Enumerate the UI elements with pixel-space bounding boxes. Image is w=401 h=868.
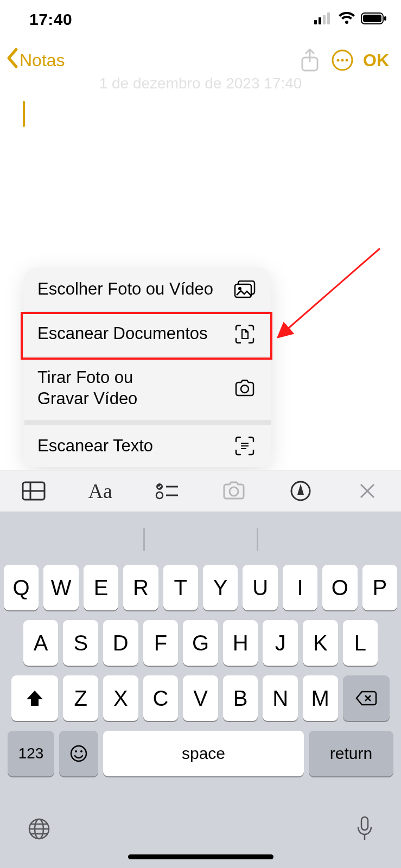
menu-item-label: Escanear Texto bbox=[37, 436, 153, 457]
key-o[interactable]: O bbox=[322, 565, 357, 610]
globe-button[interactable] bbox=[27, 817, 51, 843]
keyboard: Q W E R T Y U I O P A S D F G H J K L Z bbox=[0, 512, 401, 868]
svg-point-10 bbox=[341, 59, 344, 62]
menu-item-label: Escolher Foto ou Vídeo bbox=[37, 279, 213, 300]
svg-rect-3 bbox=[327, 12, 330, 24]
key-u[interactable]: U bbox=[243, 565, 277, 610]
key-y[interactable]: Y bbox=[203, 565, 238, 610]
svg-line-19 bbox=[287, 248, 380, 330]
key-shift[interactable] bbox=[11, 675, 58, 721]
back-label: Notas bbox=[20, 50, 65, 71]
key-g[interactable]: G bbox=[183, 620, 218, 666]
status-time: 17:40 bbox=[29, 10, 72, 29]
key-return[interactable]: return bbox=[309, 731, 393, 776]
emoji-icon bbox=[69, 744, 88, 763]
keyboard-row-4: 123 space return bbox=[4, 731, 397, 776]
key-emoji[interactable] bbox=[59, 731, 98, 776]
back-button[interactable]: Notas bbox=[5, 47, 65, 74]
camera-button[interactable] bbox=[201, 470, 268, 512]
checklist-icon bbox=[155, 482, 179, 500]
key-e[interactable]: E bbox=[84, 565, 118, 610]
svg-point-11 bbox=[346, 59, 348, 62]
doc-scan-icon bbox=[233, 324, 257, 344]
svg-rect-0 bbox=[314, 20, 317, 24]
table-button[interactable] bbox=[0, 470, 67, 512]
battery-icon bbox=[361, 12, 387, 27]
key-n[interactable]: N bbox=[263, 675, 298, 721]
ellipsis-circle-icon bbox=[330, 48, 354, 72]
chevron-left-icon bbox=[5, 47, 18, 74]
keyboard-row-3: Z X C V B N M bbox=[4, 675, 397, 721]
key-k[interactable]: K bbox=[303, 620, 338, 666]
keyboard-grab-handles bbox=[0, 528, 401, 551]
svg-rect-1 bbox=[319, 17, 321, 24]
svg-rect-2 bbox=[323, 15, 326, 24]
key-space[interactable]: space bbox=[103, 731, 304, 776]
globe-icon bbox=[27, 817, 51, 841]
key-q[interactable]: Q bbox=[4, 565, 39, 610]
text-format-button[interactable]: Aa bbox=[67, 470, 133, 512]
share-icon bbox=[300, 48, 320, 72]
status-indicators bbox=[314, 12, 387, 27]
markup-icon bbox=[290, 480, 311, 502]
svg-rect-6 bbox=[384, 16, 386, 21]
key-a[interactable]: A bbox=[23, 620, 59, 666]
menu-item-choose-photo[interactable]: Escolher Foto ou Vídeo bbox=[24, 267, 271, 312]
share-button[interactable] bbox=[295, 45, 325, 75]
status-bar: 17:40 bbox=[0, 0, 401, 39]
key-x[interactable]: X bbox=[103, 675, 138, 721]
svg-point-35 bbox=[80, 750, 82, 752]
wifi-icon bbox=[338, 12, 355, 27]
camera-icon bbox=[233, 379, 257, 398]
dictation-button[interactable] bbox=[355, 816, 374, 844]
key-s[interactable]: S bbox=[63, 620, 98, 666]
text-cursor bbox=[23, 101, 25, 127]
key-c[interactable]: C bbox=[143, 675, 179, 721]
key-p[interactable]: P bbox=[362, 565, 397, 610]
more-button[interactable] bbox=[327, 45, 358, 75]
menu-item-scan-documents[interactable]: Escanear Documentos bbox=[24, 312, 271, 356]
shift-icon bbox=[26, 690, 44, 707]
home-indicator[interactable] bbox=[128, 854, 273, 859]
key-f[interactable]: F bbox=[143, 620, 179, 666]
key-b[interactable]: B bbox=[223, 675, 258, 721]
markup-button[interactable] bbox=[268, 470, 334, 512]
svg-point-34 bbox=[75, 750, 77, 752]
backspace-icon bbox=[355, 690, 377, 706]
note-date: 1 de dezembro de 2023 17:40 bbox=[0, 75, 401, 92]
svg-rect-5 bbox=[363, 15, 381, 22]
svg-point-25 bbox=[156, 492, 163, 499]
close-toolbar-button[interactable] bbox=[334, 470, 401, 512]
key-j[interactable]: J bbox=[263, 620, 298, 666]
key-numeric[interactable]: 123 bbox=[8, 731, 54, 776]
key-d[interactable]: D bbox=[103, 620, 138, 666]
svg-rect-39 bbox=[361, 817, 368, 830]
checklist-button[interactable] bbox=[133, 470, 200, 512]
svg-point-14 bbox=[238, 287, 241, 290]
menu-item-label: Tirar Foto ou Gravar Vídeo bbox=[37, 367, 137, 410]
key-h[interactable]: H bbox=[223, 620, 258, 666]
format-toolbar: Aa bbox=[0, 470, 401, 512]
key-z[interactable]: Z bbox=[63, 675, 98, 721]
key-t[interactable]: T bbox=[163, 565, 198, 610]
svg-point-33 bbox=[71, 746, 86, 761]
close-icon bbox=[359, 482, 376, 500]
keyboard-row-1: Q W E R T Y U I O P bbox=[4, 565, 397, 610]
svg-point-15 bbox=[241, 385, 249, 393]
key-l[interactable]: L bbox=[343, 620, 378, 666]
svg-point-27 bbox=[230, 487, 238, 496]
annotation-arrow bbox=[277, 244, 391, 342]
key-r[interactable]: R bbox=[123, 565, 158, 610]
key-w[interactable]: W bbox=[43, 565, 78, 610]
cellular-icon bbox=[314, 12, 333, 27]
key-delete[interactable] bbox=[343, 675, 390, 721]
menu-item-scan-text[interactable]: Escanear Texto bbox=[24, 421, 271, 468]
text-format-icon: Aa bbox=[88, 479, 112, 503]
key-m[interactable]: M bbox=[303, 675, 338, 721]
done-button[interactable]: OK bbox=[363, 50, 389, 71]
text-scan-icon bbox=[233, 436, 257, 456]
menu-item-take-photo[interactable]: Tirar Foto ou Gravar Vídeo bbox=[24, 356, 271, 421]
photos-icon bbox=[233, 280, 257, 299]
key-v[interactable]: V bbox=[183, 675, 218, 721]
key-i[interactable]: I bbox=[283, 565, 317, 610]
